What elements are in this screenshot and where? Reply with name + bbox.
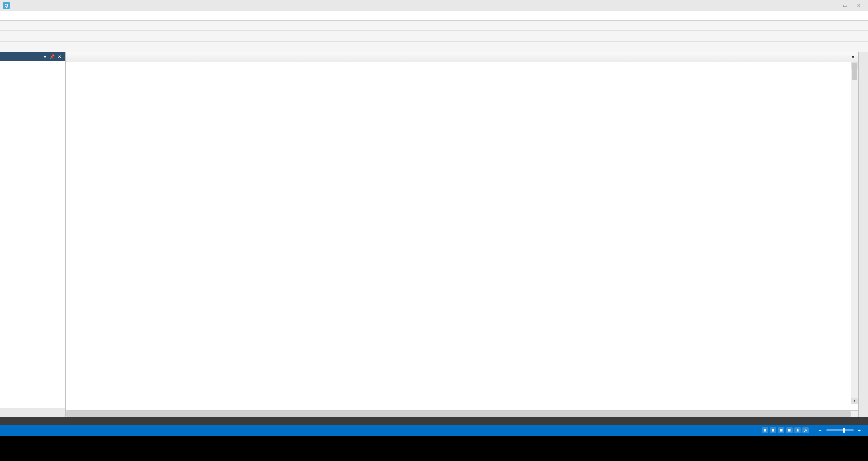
status-icon[interactable]: ■ [786, 427, 793, 433]
minimize-button[interactable]: — [825, 1, 838, 10]
main-area: ▾ 📌 ✕ ▾ ▲ ▼ [0, 52, 868, 417]
close-button[interactable]: ✕ [852, 1, 865, 10]
footer-fill [0, 436, 868, 461]
editor-tabs: ▾ [66, 52, 858, 62]
status-icon[interactable]: ■ [770, 427, 776, 433]
toolbar-2 [0, 31, 868, 42]
zoom-out-button[interactable]: − [814, 428, 826, 433]
vertical-scrollbar[interactable]: ▲ ▼ [851, 62, 858, 404]
left-bottom-tabs [0, 408, 65, 417]
maximize-button[interactable]: ▭ [838, 1, 852, 10]
panel-pin-button[interactable]: ▾ [42, 53, 48, 60]
tabs-dropdown[interactable]: ▾ [849, 53, 856, 61]
toolbars [0, 21, 868, 52]
right-side-tabs [858, 52, 868, 417]
ladder-rungs[interactable] [117, 62, 858, 410]
status-icons: ■ ■ ■ ■ ■ A [762, 427, 809, 433]
project-panel-header: ▾ 📌 ✕ [0, 52, 65, 61]
menu-bar [0, 11, 868, 21]
panel-pin-icon[interactable]: 📌 [49, 53, 55, 60]
toolbar-1 [0, 21, 868, 31]
hscroll-thumb[interactable] [66, 411, 851, 417]
zoom-in-button[interactable]: + [854, 428, 865, 433]
horizontal-scrollbar[interactable] [66, 410, 858, 417]
project-panel: ▾ 📌 ✕ [0, 52, 66, 417]
panel-close-button[interactable]: ✕ [56, 53, 62, 60]
status-icon[interactable]: A [802, 427, 809, 433]
ladder-editor[interactable]: ▲ ▼ [66, 62, 858, 410]
project-tree[interactable] [0, 61, 65, 408]
scroll-thumb[interactable] [852, 63, 857, 80]
editor-area: ▾ ▲ ▼ [66, 52, 858, 417]
status-icon[interactable]: ■ [762, 427, 768, 433]
ladder-gutter [66, 62, 117, 410]
toolbar-3 [0, 42, 868, 52]
bottom-tab-strip [0, 417, 868, 425]
status-icon[interactable]: ■ [778, 427, 784, 433]
scroll-down-button[interactable]: ▼ [851, 398, 858, 404]
zoom-slider[interactable] [826, 429, 854, 431]
app-icon: Q [3, 2, 10, 9]
status-icon[interactable]: ■ [794, 427, 801, 433]
title-bar: Q — ▭ ✕ [0, 0, 868, 11]
status-bar: ■ ■ ■ ■ ■ A − + [0, 425, 868, 436]
